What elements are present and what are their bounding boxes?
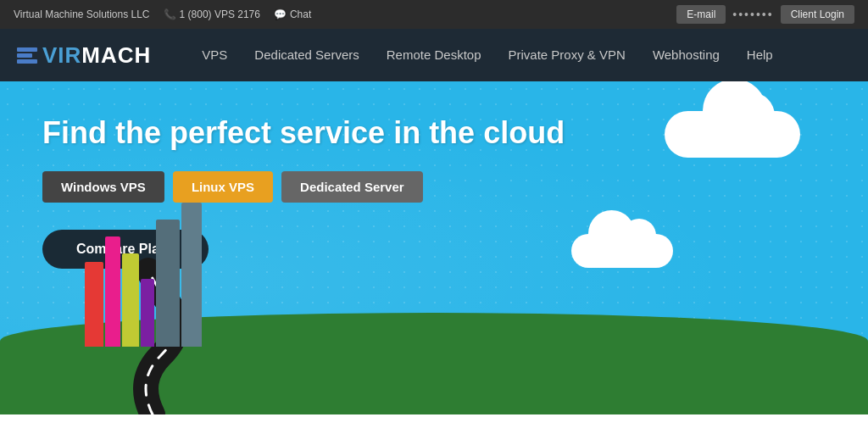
building-5 bbox=[156, 220, 180, 347]
nav-link-vps[interactable]: VPS bbox=[202, 47, 227, 62]
phone-icon: 📞 bbox=[164, 8, 176, 20]
topbar: Virtual Machine Solutions LLC 📞 1 (800) … bbox=[0, 0, 868, 29]
nav-link-remote[interactable]: Remote Desktop bbox=[387, 47, 481, 62]
dedicated-server-button[interactable]: Dedicated Server bbox=[281, 171, 423, 203]
topbar-left: Virtual Machine Solutions LLC 📞 1 (800) … bbox=[14, 8, 311, 20]
nav-item-help[interactable]: Help bbox=[747, 47, 773, 63]
cloud-small bbox=[571, 234, 673, 268]
logo-text-mach: MACH bbox=[81, 42, 151, 68]
client-login-button[interactable]: Client Login bbox=[781, 5, 854, 24]
building-6 bbox=[181, 203, 202, 347]
email-button[interactable]: E-mail bbox=[676, 5, 726, 24]
building-4 bbox=[141, 279, 154, 347]
hero-section: Find the perfect service in the cloud Wi… bbox=[0, 81, 868, 414]
nav-link-dedicated[interactable]: Dedicated Servers bbox=[254, 47, 359, 62]
nav-item-vps[interactable]: VPS bbox=[202, 47, 227, 63]
company-name: Virtual Machine Solutions LLC bbox=[14, 8, 150, 20]
building-1 bbox=[85, 262, 103, 347]
nav-link-help[interactable]: Help bbox=[747, 47, 773, 62]
chat-icon: 💬 bbox=[274, 8, 287, 20]
phone-info: 📞 1 (800) VPS 2176 bbox=[164, 8, 260, 20]
dots-divider: ••••••• bbox=[732, 8, 773, 21]
logo-bar-1 bbox=[17, 47, 37, 52]
linux-vps-button[interactable]: Linux VPS bbox=[173, 171, 273, 203]
chat-label: Chat bbox=[290, 8, 311, 20]
nav-links: VPS Dedicated Servers Remote Desktop Pri… bbox=[202, 47, 772, 63]
hero-service-buttons: Windows VPS Linux VPS Dedicated Server bbox=[42, 171, 826, 203]
buildings-decoration bbox=[85, 203, 202, 347]
logo[interactable]: VIRMACH bbox=[17, 42, 151, 69]
logo-bar-3 bbox=[17, 59, 37, 64]
logo-bar-2 bbox=[17, 53, 32, 58]
nav-link-vpn[interactable]: Private Proxy & VPN bbox=[508, 47, 625, 62]
building-3 bbox=[122, 253, 139, 347]
logo-icon bbox=[17, 47, 37, 64]
logo-text-vir: VIR bbox=[42, 42, 81, 68]
chat-link[interactable]: 💬 Chat bbox=[274, 8, 311, 20]
navbar: VIRMACH VPS Dedicated Servers Remote Des… bbox=[0, 29, 868, 81]
phone-number: 1 (800) VPS 2176 bbox=[180, 8, 260, 20]
nav-item-remote[interactable]: Remote Desktop bbox=[387, 47, 481, 63]
nav-item-vpn[interactable]: Private Proxy & VPN bbox=[508, 47, 625, 63]
nav-item-dedicated[interactable]: Dedicated Servers bbox=[254, 47, 359, 63]
windows-vps-button[interactable]: Windows VPS bbox=[42, 171, 164, 203]
hero-title: Find the perfect service in the cloud bbox=[42, 115, 826, 151]
topbar-right: E-mail ••••••• Client Login bbox=[676, 5, 854, 24]
nav-link-webhosting[interactable]: Webhosting bbox=[653, 47, 720, 62]
nav-item-webhosting[interactable]: Webhosting bbox=[653, 47, 720, 63]
logo-text: VIRMACH bbox=[42, 42, 151, 69]
building-2 bbox=[105, 236, 120, 347]
